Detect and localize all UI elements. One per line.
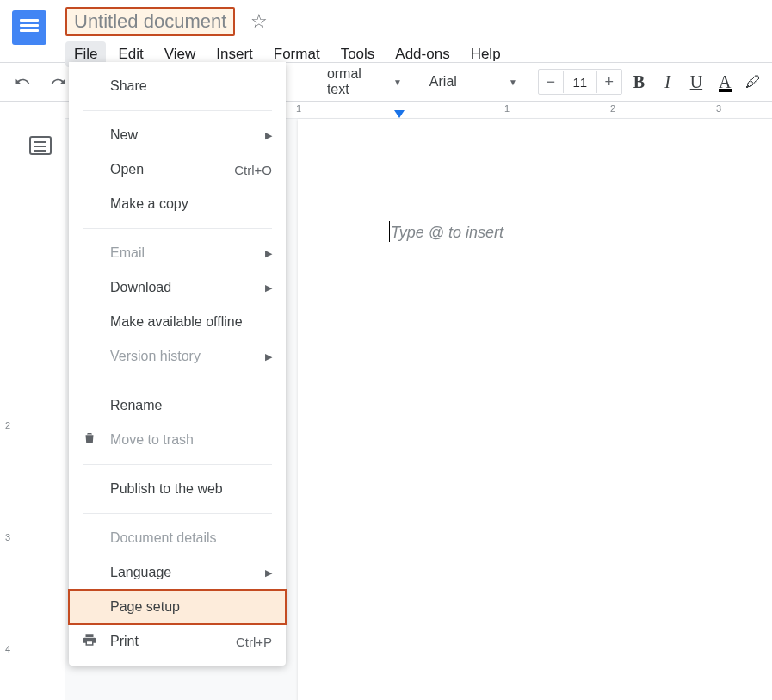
menu-open[interactable]: OpenCtrl+O: [69, 152, 286, 187]
font-size-increase[interactable]: +: [597, 70, 621, 94]
label: Print: [110, 634, 139, 649]
vruler-tick: 4: [2, 644, 14, 654]
document-page[interactable]: Type @ to insert: [298, 119, 772, 700]
font-family-label: Arial: [429, 74, 457, 90]
paragraph-style-selector[interactable]: ormal text ▼: [322, 63, 407, 101]
menu-email[interactable]: Email▶: [69, 236, 286, 270]
underline-button[interactable]: U: [684, 68, 707, 96]
menu-make-offline[interactable]: Make available offline: [69, 305, 286, 339]
docs-app-icon[interactable]: [12, 10, 46, 45]
chevron-down-icon: ▼: [393, 77, 402, 87]
menu-share[interactable]: Share: [69, 69, 286, 103]
submenu-arrow-icon: ▶: [265, 282, 272, 294]
font-family-selector[interactable]: Arial ▼: [424, 71, 522, 93]
vertical-ruler: 2 3 4: [0, 102, 15, 700]
label: New: [110, 127, 138, 143]
vruler-tick: 2: [2, 420, 14, 431]
italic-button[interactable]: I: [656, 68, 679, 96]
star-icon[interactable]: ☆: [250, 10, 268, 33]
menu-download[interactable]: Download▶: [69, 270, 286, 305]
submenu-arrow-icon: ▶: [265, 130, 272, 141]
font-size-value[interactable]: 11: [563, 71, 597, 93]
vruler-tick: 3: [2, 532, 14, 542]
hruler-tick: 2: [610, 103, 615, 114]
menu-separator: [83, 513, 272, 514]
menu-page-setup[interactable]: Page setup: [69, 590, 286, 624]
trash-icon: [81, 431, 98, 449]
text-cursor: [389, 221, 390, 242]
submenu-arrow-icon: ▶: [265, 351, 272, 362]
label: Document details: [110, 530, 217, 546]
font-size-decrease[interactable]: −: [539, 70, 563, 94]
label: Move to trash: [110, 432, 194, 448]
label: Open: [110, 162, 144, 177]
label: Version history: [110, 349, 201, 364]
text-color-button[interactable]: A: [713, 68, 737, 96]
menu-help[interactable]: Help: [462, 41, 510, 67]
menu-document-details[interactable]: Document details: [69, 521, 286, 555]
bold-button[interactable]: B: [627, 68, 651, 96]
menu-separator: [83, 110, 272, 111]
menu-separator: [83, 228, 272, 229]
label: Page setup: [110, 599, 180, 615]
print-icon: [81, 632, 98, 651]
outline-rail: [15, 102, 65, 700]
hruler-tick: 1: [504, 103, 510, 114]
editor-placeholder: Type @ to insert: [391, 224, 503, 242]
submenu-arrow-icon: ▶: [265, 248, 272, 259]
undo-button[interactable]: [7, 70, 38, 94]
chevron-down-icon: ▼: [509, 77, 517, 87]
label: Make available offline: [110, 314, 243, 330]
menu-print[interactable]: Print Ctrl+P: [69, 624, 286, 659]
shortcut: Ctrl+O: [234, 163, 272, 177]
hruler-tick: 3: [716, 103, 721, 114]
header-bar: Untitled document ☆ File Edit View Inser…: [0, 0, 772, 62]
font-size-stepper: − 11 +: [538, 69, 622, 95]
paragraph-style-label: ormal text: [327, 66, 374, 97]
menu-make-copy[interactable]: Make a copy: [69, 187, 286, 221]
shortcut: Ctrl+P: [236, 635, 272, 649]
file-menu-dropdown: Share New▶ OpenCtrl+O Make a copy Email▶…: [69, 62, 286, 666]
menu-publish[interactable]: Publish to the web: [69, 472, 286, 506]
label: Publish to the web: [110, 481, 223, 497]
menu-new[interactable]: New▶: [69, 118, 286, 152]
label: Download: [110, 280, 171, 295]
menu-separator: [83, 381, 272, 381]
menu-rename[interactable]: Rename: [69, 388, 286, 423]
label: Email: [110, 245, 145, 261]
label: Make a copy: [110, 196, 188, 212]
title-zone: Untitled document ☆ File Edit View Inser…: [65, 7, 510, 67]
menu-separator: [83, 464, 272, 465]
menu-move-to-trash[interactable]: Move to trash: [69, 423, 286, 457]
label: Rename: [110, 398, 162, 413]
document-title[interactable]: Untitled document: [65, 7, 235, 36]
menu-version-history[interactable]: Version history▶: [69, 339, 286, 374]
label: Language: [110, 565, 171, 580]
submenu-arrow-icon: ▶: [265, 567, 272, 579]
label: Share: [110, 78, 147, 94]
highlight-button[interactable]: 🖊: [742, 68, 765, 96]
outline-toggle-icon[interactable]: [29, 136, 52, 155]
hruler-tick: 1: [296, 103, 301, 114]
menu-language[interactable]: Language▶: [69, 555, 286, 590]
ruler-indent-marker[interactable]: [394, 110, 405, 118]
